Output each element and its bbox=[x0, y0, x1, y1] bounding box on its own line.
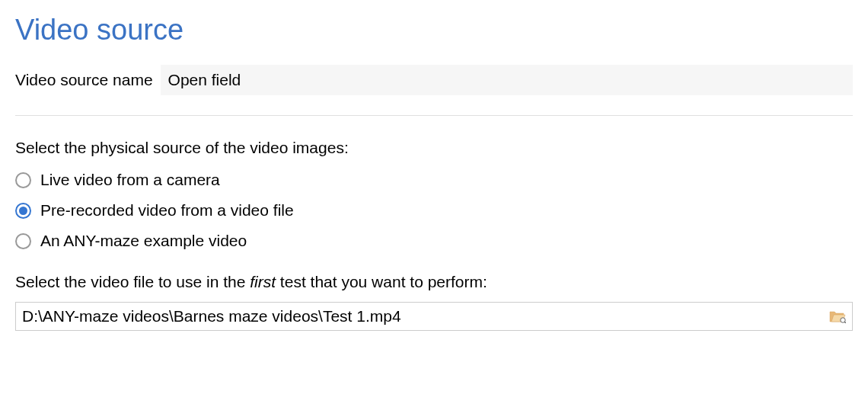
video-file-label-prefix: Select the video file to use in the bbox=[15, 273, 250, 290]
video-source-name-label: Video source name bbox=[15, 71, 153, 89]
radio-button-icon bbox=[15, 233, 31, 249]
video-file-label: Select the video file to use in the firs… bbox=[15, 273, 853, 291]
physical-source-radio-group: Live video from a camera Pre-recorded vi… bbox=[15, 171, 853, 250]
physical-source-label: Select the physical source of the video … bbox=[15, 139, 853, 157]
radio-button-icon bbox=[15, 172, 31, 188]
video-source-name-input[interactable] bbox=[161, 65, 853, 95]
divider bbox=[15, 115, 853, 116]
video-file-path-input[interactable] bbox=[22, 307, 823, 325]
video-file-input-container bbox=[15, 302, 853, 331]
radio-option-example-video[interactable]: An ANY-maze example video bbox=[15, 232, 853, 250]
browse-folder-icon[interactable] bbox=[829, 309, 846, 323]
radio-label: Pre-recorded video from a video file bbox=[40, 201, 294, 220]
page-title: Video source bbox=[15, 14, 853, 46]
svg-line-1 bbox=[844, 322, 846, 323]
video-file-label-italic: first bbox=[250, 273, 276, 290]
video-file-label-suffix: test that you want to perform: bbox=[276, 273, 487, 290]
radio-option-live-video[interactable]: Live video from a camera bbox=[15, 171, 853, 189]
radio-label: Live video from a camera bbox=[40, 171, 220, 189]
video-source-name-row: Video source name bbox=[15, 65, 853, 95]
radio-button-icon bbox=[15, 203, 31, 219]
radio-option-prerecorded[interactable]: Pre-recorded video from a video file bbox=[15, 201, 853, 220]
radio-label: An ANY-maze example video bbox=[40, 232, 247, 250]
